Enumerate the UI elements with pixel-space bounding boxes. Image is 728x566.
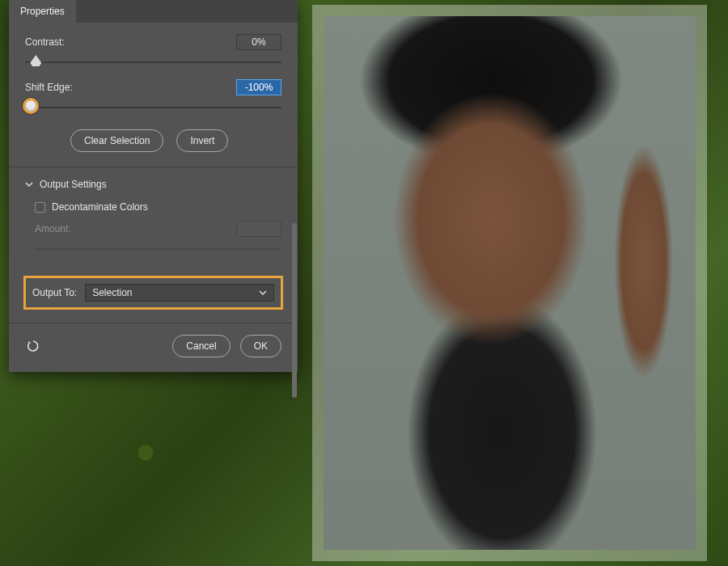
output-settings-title: Output Settings	[40, 179, 107, 190]
panel-tabbar: Properties	[9, 0, 298, 23]
reset-icon[interactable]	[25, 338, 41, 354]
amount-label: Amount:	[35, 223, 236, 234]
shift-edge-value[interactable]: -100%	[236, 79, 281, 95]
contrast-label: Contrast:	[25, 36, 236, 48]
invert-button[interactable]: Invert	[176, 129, 228, 152]
output-settings-header[interactable]: Output Settings	[9, 167, 298, 196]
decontaminate-colors-label: Decontaminate Colors	[52, 201, 148, 213]
amount-value	[236, 221, 281, 237]
contrast-value[interactable]: 0%	[236, 34, 281, 50]
cancel-button[interactable]: Cancel	[172, 335, 230, 357]
contrast-slider[interactable]	[25, 53, 281, 71]
panel-scrollbar[interactable]	[292, 223, 297, 398]
amount-slider	[35, 240, 281, 258]
chevron-down-icon	[25, 180, 33, 188]
output-to-row: Output To: Selection	[23, 276, 283, 310]
output-to-label: Output To:	[32, 287, 77, 298]
subject-preview	[324, 16, 696, 550]
shift-edge-slider[interactable]	[25, 99, 281, 116]
ok-button[interactable]: OK	[240, 335, 281, 357]
output-to-value: Selection	[92, 287, 132, 298]
output-to-select[interactable]: Selection	[85, 284, 274, 302]
decontaminate-colors-checkbox[interactable]	[35, 202, 45, 213]
chevron-down-icon	[259, 289, 267, 297]
clear-selection-button[interactable]: Clear Selection	[70, 129, 163, 152]
shift-edge-label: Shift Edge:	[25, 82, 236, 93]
tab-properties[interactable]: Properties	[9, 0, 76, 23]
properties-panel: Properties Contrast: 0% Shift Edge: -100…	[9, 0, 298, 372]
